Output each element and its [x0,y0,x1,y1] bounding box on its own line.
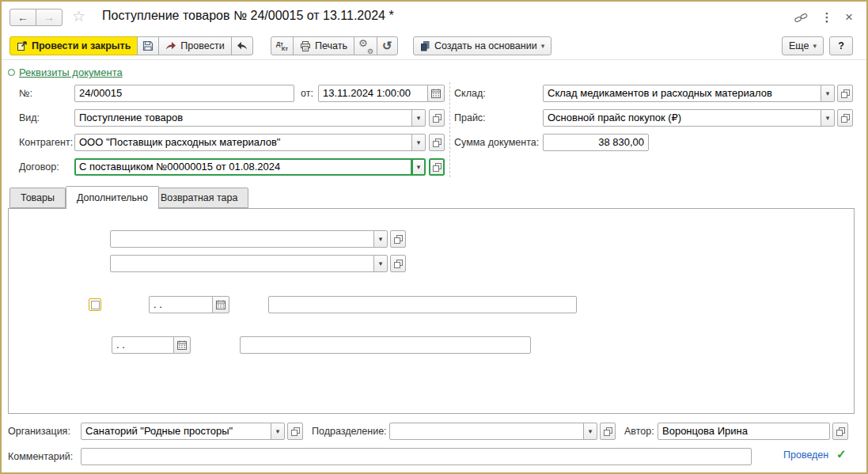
arrow-right-icon: → [44,11,55,24]
dropdown-button[interactable]: ▾ [411,158,426,176]
price-label: Прайс: [454,109,486,127]
consignee-open-button[interactable] [390,255,406,272]
calendar-icon [431,89,441,98]
invoice-date-field[interactable]: . . [149,296,229,313]
dt-kt-icon: ДтКт [276,40,288,52]
help-button[interactable]: ? [829,36,853,55]
warehouse-open-button[interactable] [837,85,853,102]
toolbar-help-group: ? [829,36,853,55]
organization-field[interactable]: Санаторий "Родные просторы" ▾ [81,423,285,440]
open-squares-icon [433,163,442,172]
close-button[interactable]: × [840,9,859,26]
dt-kt-postings-button[interactable]: ДтКт [271,36,294,55]
tab-returnable-packaging[interactable]: Возвратная тара [150,188,248,208]
date-field[interactable]: 13.11.2024 1:00:00 [318,85,445,102]
consignor-field[interactable]: ▾ [110,230,388,248]
author-open-button[interactable] [832,423,848,440]
change-history-button[interactable]: ↺ [377,36,398,55]
author-field[interactable]: Воронцова Ирина [658,423,830,440]
requisites-group-toggle[interactable]: Реквизиты документа [8,66,123,78]
dropdown-button[interactable]: ▾ [373,255,388,272]
contractor-field[interactable]: ООО "Поставщик расходных материалов" ▾ [74,134,426,151]
toolbar-separator [2,59,866,60]
gears-icon: ⚙⚙ [359,40,372,52]
window-menu-button[interactable]: ⋮ [817,9,836,26]
comment-input[interactable] [81,448,752,465]
forward-button[interactable]: → [36,9,63,26]
dropdown-button[interactable]: ▾ [373,230,388,248]
kind-open-button[interactable] [429,109,445,127]
print-button[interactable]: Печать [293,36,354,55]
more-button[interactable]: Еще ▾ [782,36,824,55]
calendar-icon [177,340,187,350]
calendar-button[interactable] [173,336,191,354]
chevron-down-icon: ▾ [417,163,421,171]
open-squares-icon [394,260,403,268]
calendar-button[interactable] [212,296,229,313]
comment-label: Комментарий: [8,448,73,465]
price-field[interactable]: Основной прайс покупок (₽) ▾ [543,109,835,127]
favorite-star-icon[interactable]: ☆ [72,8,85,25]
document-window: ← → ☆ Поступление товаров № 24/00015 от … [0,0,868,474]
documents-copy-icon [420,41,430,51]
kind-field[interactable]: Поступление товаров ▾ [74,109,426,127]
doc-number-input[interactable] [240,336,531,354]
chevron-down-icon: ▾ [541,42,545,50]
undo-button[interactable] [231,36,253,55]
close-icon: × [845,9,853,25]
create-based-on-button[interactable]: Создать на основании ▾ [413,36,552,55]
contract-open-button[interactable] [429,158,445,176]
posted-check-icon: ✓ [836,447,847,461]
dropdown-button[interactable]: ▾ [821,109,835,127]
toolbar-create-group: Создать на основании ▾ [413,36,552,55]
undo-arrow-icon [237,41,248,51]
floppy-save-icon [142,40,154,51]
collapse-ring-icon [8,69,15,76]
save-button[interactable] [137,36,159,55]
chevron-down-icon: ▾ [813,42,817,50]
organization-label: Организация: [8,423,70,440]
post-arrow-icon [165,41,176,51]
dropdown-button[interactable]: ▾ [583,423,597,440]
contractor-open-button[interactable] [429,134,445,151]
chevron-down-icon: ▾ [379,260,383,267]
post-and-close-button[interactable]: Провести и закрыть [9,36,138,55]
department-field[interactable]: ▾ [389,423,597,440]
post-button[interactable]: Провести [158,36,231,55]
warehouse-field[interactable]: Склад медикаментов и расходных материало… [543,85,835,102]
dropdown-button[interactable]: ▾ [271,423,285,440]
print-label: Печать [315,40,347,51]
consignor-open-button[interactable] [390,230,406,248]
get-link-button[interactable] [791,9,810,26]
presented-checkbox[interactable] [89,298,101,311]
organization-open-button[interactable] [287,423,303,440]
tab-additional[interactable]: Дополнительно [66,186,159,209]
price-open-button[interactable] [837,109,853,127]
consignee-field[interactable]: ▾ [110,255,388,272]
date-label: от: [301,85,313,102]
contract-field[interactable]: С поставщиком №00000015 от 01.08.2024 ▾ [74,158,426,176]
link-icon [794,12,808,24]
dropdown-button[interactable]: ▾ [411,109,426,127]
department-label: Подразделение: [312,423,387,440]
doc-date-field[interactable]: . . [112,336,191,354]
create-based-on-label: Создать на основании [434,40,537,51]
open-squares-icon [836,427,845,436]
printer-icon [300,41,311,51]
post-and-close-label: Провести и закрыть [32,40,131,51]
department-open-button[interactable] [600,423,616,440]
dropdown-button[interactable]: ▾ [821,85,835,102]
dropdown-button[interactable]: ▾ [411,134,426,151]
tab-goods[interactable]: Товары [9,188,66,208]
open-squares-icon [291,427,300,436]
back-button[interactable]: ← [9,9,36,26]
related-documents-button[interactable]: ⚙⚙ [354,36,377,55]
help-label: ? [838,40,844,51]
requisites-group-label: Реквизиты документа [19,66,123,78]
contractor-label: Контрагент: [19,134,73,151]
total-amount-field[interactable]: 38 830,00 [543,134,649,151]
chevron-down-icon: ▾ [379,235,383,243]
invoice-number-input[interactable] [268,296,577,313]
number-field[interactable]: 24/00015 [74,85,294,102]
calendar-button[interactable] [427,85,445,102]
